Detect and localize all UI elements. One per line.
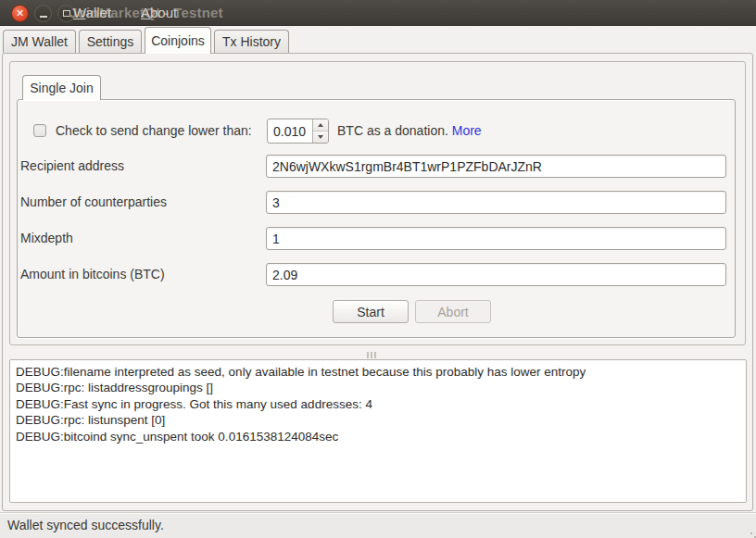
resize-grip-icon[interactable] bbox=[750, 532, 752, 534]
amount-label: Amount in bitcoins (BTC) bbox=[20, 263, 165, 286]
donation-checkbox[interactable] bbox=[33, 124, 46, 137]
tab-jm-wallet[interactable]: JM Wallet bbox=[3, 30, 76, 53]
donation-amount-input[interactable] bbox=[268, 119, 312, 143]
spinbox-arrows bbox=[312, 119, 328, 143]
debug-log[interactable]: DEBUG:filename interpreted as seed, only… bbox=[9, 359, 747, 503]
recipient-address-label: Recipient address bbox=[20, 155, 124, 178]
start-button[interactable]: Start bbox=[333, 300, 409, 323]
log-line: DEBUG:Fast sync in progress. Got this ma… bbox=[16, 396, 740, 412]
titlebar: ✕ JoinMarketQt - Testnet Wallet About bbox=[0, 0, 756, 26]
statusbar: Wallet synced successfully. bbox=[0, 512, 756, 538]
tab-single-join[interactable]: Single Join bbox=[22, 75, 101, 100]
counterparties-input[interactable] bbox=[266, 191, 726, 214]
status-message: Wallet synced successfully. bbox=[7, 513, 164, 538]
donation-amount-spinbox[interactable] bbox=[267, 119, 329, 144]
spin-up-icon[interactable] bbox=[313, 119, 328, 131]
mixdepth-label: Mixdepth bbox=[20, 227, 73, 250]
counterparties-label: Number of counterparties bbox=[20, 191, 167, 214]
menu-item-wallet[interactable]: Wallet bbox=[73, 0, 111, 26]
mixdepth-input[interactable] bbox=[266, 227, 726, 250]
log-line: DEBUG:rpc: listunspent [0] bbox=[16, 412, 740, 428]
splitter-handle[interactable] bbox=[9, 350, 746, 358]
log-line: DEBUG:bitcoind sync_unspent took 0.01615… bbox=[16, 429, 740, 444]
amount-input[interactable] bbox=[266, 263, 726, 286]
spin-down-icon[interactable] bbox=[313, 131, 328, 143]
title-stack: JoinMarketQt - Testnet Wallet About bbox=[0, 0, 756, 26]
tab-tx-history[interactable]: Tx History bbox=[214, 30, 289, 53]
log-line: DEBUG:rpc: listaddressgroupings [] bbox=[16, 380, 740, 395]
abort-button[interactable]: Abort bbox=[415, 300, 491, 323]
donation-suffix-text: BTC as a donation. bbox=[337, 123, 448, 138]
tab-settings[interactable]: Settings bbox=[79, 30, 142, 53]
menu-item-about[interactable]: About bbox=[141, 0, 177, 26]
donation-checkbox-label: Check to send change lower than: bbox=[56, 119, 252, 144]
splitter-grip-icon bbox=[367, 352, 376, 358]
recipient-address-input[interactable] bbox=[266, 155, 726, 178]
tab-coinjoins[interactable]: Coinjoins bbox=[145, 27, 211, 54]
more-link[interactable]: More bbox=[452, 123, 482, 138]
log-line: DEBUG:filename interpreted as seed, only… bbox=[16, 364, 740, 380]
donation-suffix: BTC as a donation. More bbox=[337, 119, 482, 144]
